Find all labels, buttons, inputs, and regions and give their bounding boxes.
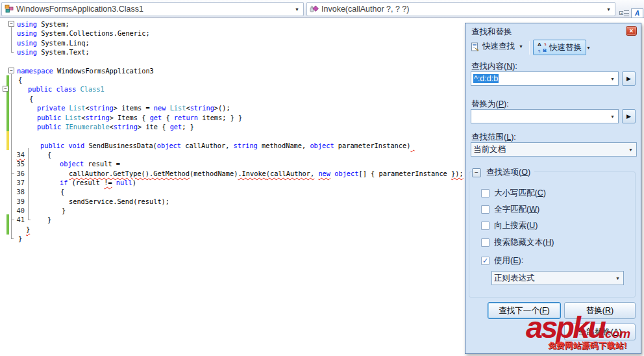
tab-quick-replace-label: 快速替换 — [549, 42, 582, 53]
checkbox-icon[interactable] — [481, 189, 489, 197]
replace-button[interactable]: 替换(R) — [564, 302, 636, 319]
code-line: public List<string> Items { get { return… — [0, 113, 493, 122]
find-replace-dialog: 查找和替换 × 快速查找 ▼ A↴B↰ 快速替换 ▼ 查找内容(N): ^:d:… — [465, 23, 641, 354]
code-line: 41} — [0, 215, 493, 224]
look-in-value: 当前文档 — [473, 144, 626, 155]
checkbox-icon[interactable] — [481, 205, 489, 214]
line-number: 40 — [13, 207, 25, 214]
find-expression-builder-button[interactable]: ▶ — [622, 71, 636, 86]
text-tool-icon[interactable]: A — [631, 8, 643, 18]
checkbox-match-case[interactable]: 大小写匹配(C) — [481, 188, 546, 199]
toolbar-separator — [529, 41, 530, 55]
code-line: using System; — [0, 19, 493, 29]
find-next-button[interactable]: 查找下一个(F) — [488, 302, 561, 319]
replace-all-button[interactable]: 全部替换(A) — [564, 324, 636, 340]
checkbox-icon[interactable] — [481, 222, 489, 230]
chevron-down-icon: ▼ — [615, 276, 620, 281]
chevron-down-icon: ▼ — [606, 7, 611, 12]
line-number: 37 — [13, 179, 25, 186]
code-line: 36callAuthor.GetType().GetMethod(methodN… — [0, 169, 493, 178]
code-line: 40} — [0, 206, 493, 215]
dialog-title: 查找和替换 — [471, 27, 512, 38]
code-line: 37if (result != null) — [0, 178, 493, 187]
code-line: 34{ — [0, 150, 493, 159]
code-line: using System.Text; — [0, 47, 493, 57]
chevron-down-icon[interactable]: ▼ — [586, 45, 591, 50]
checkbox-label: 全字匹配(W) — [494, 204, 539, 215]
find-what-label: 查找内容(N): — [471, 61, 517, 72]
class-icon — [5, 5, 14, 14]
method-icon — [310, 5, 319, 14]
navbar-tools: + A — [617, 0, 644, 18]
find-options-group: − 查找选项(O) 大小写匹配(C)全字匹配(W)向上搜索(U)搜索隐藏文本(H… — [469, 172, 636, 298]
line-number: 38 — [13, 188, 25, 196]
use-value: 正则表达式 — [494, 273, 613, 284]
code-line — [0, 131, 493, 140]
code-line: 39sendService.Send(result); — [0, 197, 493, 206]
types-dropdown[interactable]: WindowsFormsApplication3.Class1 ▼ — [1, 2, 304, 16]
expand-list-icon[interactable]: + — [619, 10, 629, 18]
dialog-toolbar: 快速查找 ▼ A↴B↰ 快速替换 ▼ — [465, 38, 641, 58]
code-line: } — [0, 225, 493, 234]
editor-navigation-bar: WindowsFormsApplication3.Class1 ▼ Invoke… — [0, 0, 644, 18]
code-line: } — [0, 234, 493, 243]
checkbox-search-up[interactable]: 向上搜索(U) — [481, 220, 538, 231]
code-line: namespace WindowsFormsApplication3 — [0, 66, 493, 75]
code-line: public void SendBusinessData(object call… — [0, 141, 493, 150]
look-in-dropdown[interactable]: 当前文档 ▼ — [471, 142, 637, 157]
checkbox-use[interactable]: ✓使用(E): — [481, 255, 523, 266]
checkbox-icon[interactable] — [481, 238, 489, 247]
code-line: public IEnumerable<string> ite { get; } — [0, 122, 493, 131]
code-line: public class Class1 — [0, 84, 493, 94]
checkbox-whole-word[interactable]: 全字匹配(W) — [481, 204, 539, 215]
code-line: 35object result = — [0, 159, 493, 168]
tab-quick-find-label: 快速查找 — [482, 41, 515, 52]
chevron-down-icon[interactable]: ▼ — [610, 114, 615, 119]
checkbox-label: 大小写匹配(C) — [494, 188, 546, 199]
replace-expression-builder-button[interactable]: ▶ — [622, 109, 636, 123]
quick-replace-icon: A↴B↰ — [538, 43, 547, 52]
line-number: 35 — [13, 160, 25, 168]
code-line: private List<string> items = new List<st… — [0, 103, 493, 112]
checkbox-search-hidden-text[interactable]: 搜索隐藏文本(H) — [481, 237, 554, 248]
code-line: using System.Collections.Generic; — [0, 29, 493, 38]
line-number: 41 — [13, 216, 25, 223]
chevron-down-icon: ▼ — [295, 7, 299, 12]
quick-find-icon — [471, 42, 480, 51]
checkbox-icon[interactable]: ✓ — [481, 257, 489, 265]
types-dropdown-value: WindowsFormsApplication3.Class1 — [16, 5, 292, 14]
checkbox-label: 使用(E): — [494, 255, 523, 266]
code-line — [0, 57, 493, 66]
find-what-input[interactable]: ^:d:d:b ▼ — [471, 71, 619, 86]
line-number: 34 — [13, 151, 25, 159]
chevron-down-icon[interactable]: ▼ — [610, 77, 615, 81]
code-line: using System.Linq; — [0, 38, 493, 47]
chevron-down-icon[interactable]: ▼ — [519, 44, 523, 49]
code-line: 38{ — [0, 187, 493, 196]
checkbox-label: 搜索隐藏文本(H) — [494, 237, 554, 248]
code-line: { — [0, 94, 493, 103]
line-number: 39 — [13, 197, 25, 205]
use-dropdown[interactable]: 正则表达式 ▼ — [491, 271, 624, 285]
replace-with-input[interactable]: ▼ — [471, 109, 619, 123]
look-in-label: 查找范围(L): — [471, 132, 516, 143]
chevron-down-icon: ▼ — [628, 147, 633, 152]
tab-quick-replace[interactable]: A↴B↰ 快速替换 — [533, 40, 586, 55]
replace-with-label: 替换为(P): — [471, 99, 509, 110]
checkbox-label: 向上搜索(U) — [494, 220, 538, 231]
tab-quick-find[interactable]: 快速查找 ▼ — [471, 41, 525, 52]
members-dropdown[interactable]: Invoke(callAuthor ?, ? ?) ▼ — [306, 2, 615, 16]
code-line: { — [0, 75, 493, 84]
close-icon[interactable]: × — [626, 26, 637, 36]
line-number: 36 — [13, 170, 25, 177]
members-dropdown-value: Invoke(callAuthor ?, ? ?) — [321, 5, 604, 14]
find-what-value: ^:d:d:b — [473, 74, 608, 83]
